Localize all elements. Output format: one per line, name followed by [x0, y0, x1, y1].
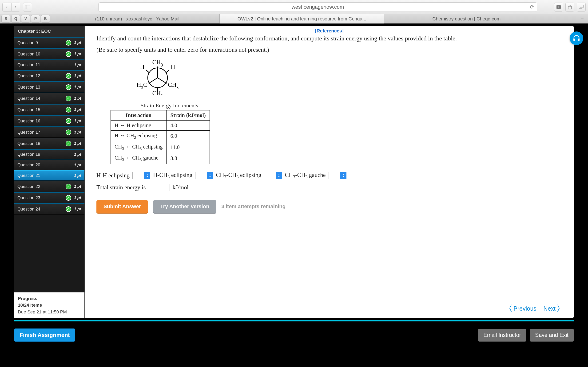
question-points: 1 pt — [74, 152, 81, 157]
question-nav-item[interactable]: Question 10✓1 pt — [14, 48, 85, 59]
question-nav-item[interactable]: Question 13✓1 pt — [14, 81, 85, 92]
table-row: CH3 ↔ CH3 eclipsing11.0 — [111, 142, 210, 153]
question-label: Question 24 — [17, 207, 40, 212]
submit-answer-button[interactable]: Submit Answer — [96, 200, 148, 213]
table-row: CH3 ↔ CH3 gauche3.8 — [111, 153, 210, 164]
svg-text:H3C: H3C — [137, 81, 147, 90]
new-tab-button[interactable]: + — [576, 14, 588, 23]
question-points: 1 pt — [74, 173, 81, 178]
label-hch3: H-CH3 eclipsing — [153, 172, 192, 180]
label-hh: H-H eclipsing — [96, 172, 130, 179]
support-headset-icon[interactable] — [570, 32, 583, 45]
col-strain: Strain (kJ/mol) — [166, 110, 209, 121]
question-body: Identify and count the interactions that… — [85, 34, 574, 299]
stepper-icon[interactable]: ▲▼ — [276, 172, 282, 179]
input-ch3ch3-gauche[interactable]: ▲▼ — [329, 172, 346, 179]
back-button[interactable]: ‹ — [2, 3, 11, 11]
browser-tab[interactable]: OWLv2 | Online teaching and learning res… — [220, 14, 384, 24]
chevron-right-icon: 〉 — [556, 303, 564, 314]
svg-rect-7 — [578, 39, 579, 41]
question-label: Question 12 — [17, 74, 40, 78]
svg-rect-6 — [573, 39, 575, 41]
sidebar-toggle-button[interactable] — [23, 3, 32, 11]
tab-strip: SQVPB (110 unread) - xoxoashleyc - Yahoo… — [0, 14, 588, 24]
next-link[interactable]: Next 〉 — [544, 303, 564, 314]
total-label: Total strain energy is — [96, 184, 146, 191]
browser-tab[interactable]: Chemistry question | Chegg.com — [384, 14, 549, 24]
question-nav-item[interactable]: Question 191 pt — [14, 149, 85, 159]
check-icon: ✓ — [66, 51, 71, 57]
prompt-line-1: Identify and count the interactions that… — [96, 35, 562, 42]
question-label: Question 17 — [17, 130, 40, 135]
question-points: 1 pt — [74, 184, 81, 189]
question-nav-item[interactable]: Question 23✓1 pt — [14, 192, 85, 203]
input-ch3ch3-eclipsing[interactable]: ▲▼ — [264, 172, 282, 179]
try-another-button[interactable]: Try Another Version — [153, 200, 216, 213]
finish-assignment-button[interactable]: Finish Assignment — [14, 328, 75, 342]
save-and-exit-button[interactable]: Save and Exit — [530, 329, 574, 342]
check-icon: ✓ — [66, 206, 71, 212]
favorite-q[interactable]: Q — [11, 15, 20, 23]
owl-app-shell: Chapter 3: EOC Question 9✓1 ptQuestion 1… — [0, 24, 588, 367]
favorite-p[interactable]: P — [31, 15, 40, 23]
question-label: Question 21 — [17, 173, 40, 178]
favorite-b[interactable]: B — [41, 15, 50, 23]
strain-table-title: Strain Energy Increments — [111, 102, 228, 109]
url-bar[interactable]: west.cengagenow.com ⟳ — [98, 2, 537, 12]
svg-text:H: H — [140, 63, 144, 70]
question-nav-item[interactable]: Question 111 pt — [14, 59, 85, 70]
check-icon: ✓ — [66, 40, 71, 46]
question-points: 1 pt — [74, 163, 81, 167]
question-label: Question 23 — [17, 195, 40, 200]
label-ch3ch3-eclipsing: CH3-CH3 eclipsing — [216, 172, 261, 180]
check-icon: ✓ — [66, 184, 71, 189]
question-nav-item[interactable]: Question 201 pt — [14, 159, 85, 170]
question-points: 1 pt — [74, 63, 81, 67]
question-label: Question 18 — [17, 141, 40, 146]
stepper-icon[interactable]: ▲▼ — [340, 172, 346, 179]
favorite-v[interactable]: V — [21, 15, 30, 23]
email-instructor-button[interactable]: Email Instructor — [478, 329, 526, 342]
question-label: Question 13 — [17, 85, 40, 90]
browser-tab[interactable]: (110 unread) - xoxoashleyc - Yahoo Mail — [55, 14, 220, 24]
question-list: Question 9✓1 ptQuestion 10✓1 ptQuestion … — [14, 37, 85, 292]
tabs-button[interactable] — [577, 3, 586, 11]
bottom-bar: Finish Assignment Email Instructor Save … — [14, 321, 574, 343]
content-panel: [References] Identify and count the inte… — [85, 26, 574, 318]
question-nav-item[interactable]: Question 15✓1 pt — [14, 104, 85, 115]
total-strain-input[interactable] — [149, 184, 170, 191]
attempts-remaining: 3 item attempts remaining — [222, 203, 286, 209]
question-nav-item[interactable]: Question 22✓1 pt — [14, 181, 85, 192]
action-buttons: Submit Answer Try Another Version 3 item… — [96, 200, 562, 213]
question-nav-item[interactable]: Question 14✓1 pt — [14, 92, 85, 104]
stepper-icon[interactable]: ▲▼ — [144, 172, 150, 179]
forward-button[interactable]: › — [11, 3, 20, 11]
question-label: Question 22 — [17, 184, 40, 189]
question-sidebar: Chapter 3: EOC Question 9✓1 ptQuestion 1… — [14, 26, 85, 318]
question-nav-item[interactable]: Question 9✓1 pt — [14, 37, 85, 48]
share-button[interactable] — [565, 3, 574, 11]
question-nav-item[interactable]: Question 16✓1 pt — [14, 115, 85, 126]
favorite-s[interactable]: S — [1, 15, 10, 23]
question-nav-item[interactable]: Question 17✓1 pt — [14, 126, 85, 138]
stepper-icon[interactable]: ▲▼ — [207, 172, 213, 179]
question-nav-item[interactable]: Question 24✓1 pt — [14, 203, 85, 215]
downloads-button[interactable]: ↓ — [554, 3, 563, 11]
progress-label: Progress: — [18, 296, 39, 301]
nav-footer: 〈 Previous Next 〉 — [85, 299, 574, 318]
question-points: 1 pt — [74, 195, 81, 200]
previous-link[interactable]: 〈 Previous — [504, 303, 536, 314]
reload-icon[interactable]: ⟳ — [530, 4, 534, 10]
question-label: Question 15 — [17, 107, 40, 112]
question-nav-item[interactable]: Question 18✓1 pt — [14, 138, 85, 149]
references-link[interactable]: [References] — [85, 26, 574, 34]
svg-line-10 — [149, 78, 158, 83]
prompt-line-2: (Be sure to specify units and to enter z… — [96, 46, 562, 53]
question-label: Question 11 — [17, 62, 40, 67]
question-nav-item[interactable]: Question 12✓1 pt — [14, 70, 85, 81]
input-hch3[interactable]: ▲▼ — [195, 172, 213, 179]
inputs-row: H-H eclipsing ▲▼ H-CH3 eclipsing ▲▼ CH3-… — [96, 172, 562, 180]
input-hh[interactable]: ▲▼ — [132, 172, 150, 179]
question-label: Question 10 — [17, 52, 40, 57]
question-nav-item[interactable]: Question 211 pt — [14, 170, 85, 181]
